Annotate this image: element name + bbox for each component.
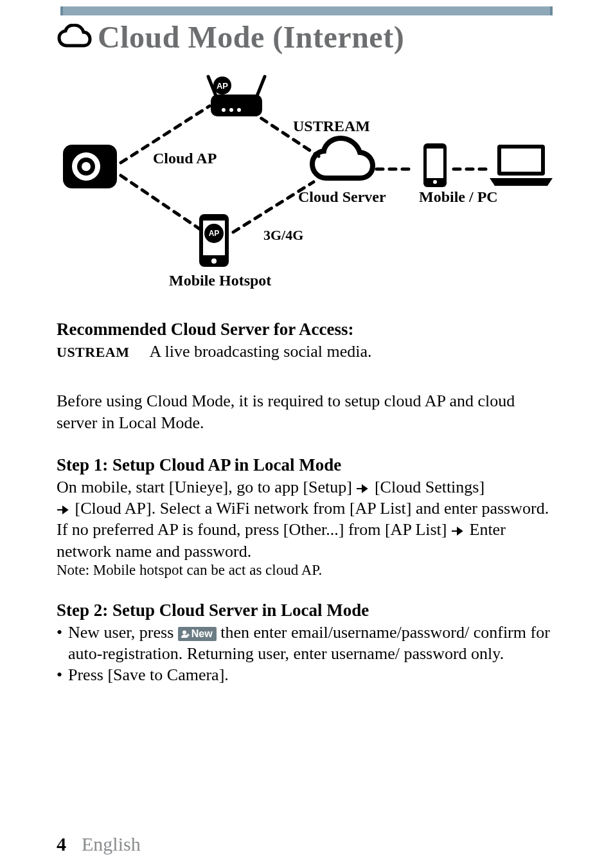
page-title-row: Cloud Mode (Internet) (57, 19, 556, 55)
phone-client-icon (422, 142, 449, 188)
step1-p1a: On mobile, start [Unieye], go to app [Se… (57, 478, 352, 496)
step1-body: On mobile, start [Unieye], go to app [Se… (57, 476, 556, 562)
step2-section: Step 2: Setup Cloud Server in Local Mode… (57, 601, 556, 686)
arrow-right-icon (57, 505, 71, 514)
svg-point-20 (211, 258, 217, 264)
diagram-label-cloud-ap: Cloud AP (153, 150, 217, 167)
svg-rect-29 (188, 633, 189, 637)
step2-body: • New user, press New then enter email/u… (57, 622, 556, 686)
user-plus-icon (181, 629, 190, 638)
arrow-right-icon (356, 484, 370, 493)
recommended-heading: Recommended Cloud Server for Access: (57, 320, 556, 339)
svg-point-15 (229, 108, 233, 112)
svg-line-1 (121, 176, 204, 232)
page-title: Cloud Mode (Internet) (98, 19, 404, 55)
recommended-line: USTREAM A live broadcasting social media… (57, 341, 556, 362)
camera-icon (62, 143, 118, 190)
step1-heading: Step 1: Setup Cloud AP in Local Mode (57, 455, 556, 475)
laptop-icon (486, 141, 556, 190)
arrow-right-icon (451, 527, 465, 536)
diagram-label-mobile-pc: Mobile / PC (419, 188, 498, 206)
ap-badge-text-2: AP (209, 229, 220, 238)
diagram-label-mobile-hotspot: Mobile Hotspot (169, 272, 271, 289)
svg-rect-13 (211, 95, 262, 116)
recommended-section: Recommended Cloud Server for Access: UST… (57, 320, 556, 362)
step2-heading: Step 2: Setup Cloud Server in Local Mode (57, 601, 556, 620)
svg-line-12 (257, 77, 265, 96)
page-number: 4 (57, 833, 66, 855)
intro-paragraph: Before using Cloud Mode, it is required … (57, 390, 556, 433)
page-footer: 4 English (57, 833, 141, 855)
step2-b2: Press [Save to Camera]. (68, 665, 229, 684)
step2-b1a: New user, press (68, 623, 178, 642)
cloud-icon (57, 24, 93, 51)
svg-rect-26 (501, 149, 541, 172)
diagram-label-cloud-server: Cloud Server (298, 188, 386, 206)
svg-point-27 (182, 630, 186, 634)
svg-rect-10 (104, 151, 113, 182)
ap-badge-text-1: AP (217, 81, 228, 91)
router-icon: AP (204, 73, 269, 124)
ustream-small-caps: USTREAM (57, 344, 130, 360)
new-badge-label: New (191, 628, 213, 640)
network-diagram: AP Cloud AP AP 3G/4G Mobile Hotspot USTR… (57, 66, 556, 298)
page-top-bar (60, 6, 553, 15)
cloud-server-icon (307, 136, 378, 187)
svg-point-24 (433, 180, 437, 184)
svg-point-16 (237, 108, 241, 112)
svg-point-14 (222, 108, 226, 112)
step1-section: Step 1: Setup Cloud AP in Local Mode On … (57, 455, 556, 579)
svg-point-9 (82, 162, 91, 171)
diagram-label-3g4g: 3G/4G (263, 227, 303, 244)
phone-hotspot-icon: AP (197, 213, 231, 268)
svg-rect-23 (427, 149, 443, 178)
page-language: English (82, 833, 141, 855)
step1-p1b: [Cloud Settings] (375, 478, 484, 496)
diagram-label-ustream: USTREAM (293, 118, 370, 135)
step1-note: Note: Mobile hotspot can be act as cloud… (57, 562, 556, 579)
recommended-desc: A live broadcasting social media. (150, 342, 372, 361)
new-user-badge: New (178, 627, 217, 641)
